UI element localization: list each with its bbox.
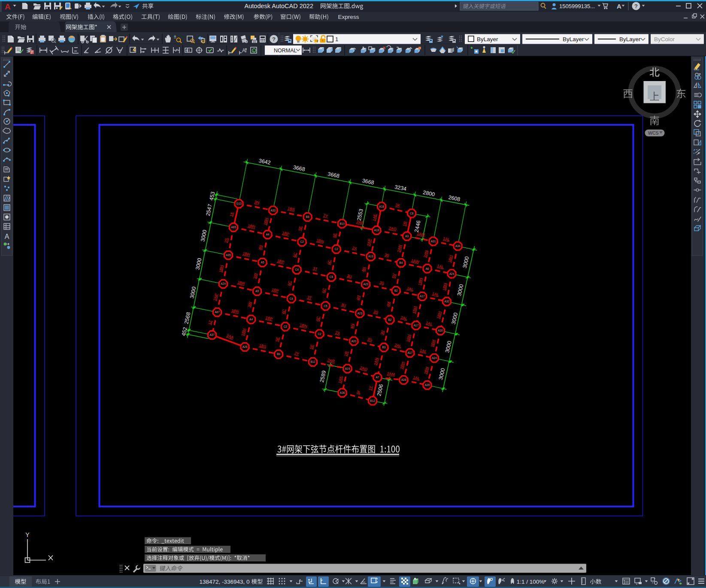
svg-text:A65: A65 — [231, 226, 236, 229]
svg-text:1BH: 1BH — [406, 334, 412, 342]
svg-text:1BH: 1BH — [447, 255, 453, 263]
svg-text:3668: 3668 — [327, 171, 340, 179]
svg-text:A17: A17 — [408, 351, 413, 354]
svg-text:B10: B10 — [339, 222, 345, 225]
svg-text:B9: B9 — [277, 353, 280, 356]
svg-text:1BP: 1BP — [277, 259, 285, 264]
svg-text:1AL: 1AL — [419, 348, 427, 354]
svg-text:3L: 3L — [356, 389, 361, 395]
svg-text:6C: 6C — [287, 280, 292, 286]
svg-text:A7: A7 — [376, 376, 379, 379]
svg-text:A23: A23 — [363, 283, 368, 286]
svg-text:1BH: 1BH — [442, 283, 447, 291]
svg-text:2AN: 2AN — [397, 244, 403, 253]
svg-text:A28: A28 — [401, 378, 406, 381]
svg-text:A23: A23 — [358, 312, 363, 315]
svg-text:1BH: 1BH — [430, 339, 436, 347]
svg-text:452: 452 — [181, 326, 188, 336]
svg-text:A6: A6 — [426, 267, 429, 270]
svg-text:C5: C5 — [330, 275, 333, 278]
svg-text:3T: 3T — [307, 295, 312, 300]
svg-text:A17: A17 — [414, 324, 419, 327]
svg-text:2Y: 2Y — [323, 213, 329, 218]
svg-text:1Z: 1Z — [207, 320, 212, 325]
svg-text:4N: 4N — [349, 323, 355, 329]
svg-text:1BP: 1BP — [282, 231, 290, 236]
svg-text:3N: 3N — [254, 200, 260, 205]
svg-text:2AM: 2AM — [387, 371, 395, 377]
svg-text:5V: 5V — [391, 273, 397, 279]
svg-text:A26: A26 — [242, 345, 248, 348]
svg-text:B2: B2 — [394, 289, 398, 292]
svg-text:3S: 3S — [367, 337, 373, 342]
svg-text:3K: 3K — [395, 203, 400, 208]
svg-text:A5: A5 — [255, 289, 259, 292]
svg-text:A4: A4 — [266, 233, 270, 236]
svg-text:2X: 2X — [352, 246, 358, 251]
svg-text:2AR: 2AR — [356, 220, 365, 225]
svg-text:A18: A18 — [379, 205, 384, 208]
svg-text:3U: 3U — [341, 302, 346, 308]
svg-text:1AL: 1AL — [432, 292, 439, 297]
svg-text:2S: 2S — [224, 238, 229, 243]
svg-text:1BH: 1BH — [263, 217, 269, 226]
svg-text:1BP: 1BP — [265, 316, 273, 321]
svg-text:3668: 3668 — [362, 178, 375, 186]
svg-text:6C: 6C — [292, 252, 297, 258]
svg-text:3000: 3000 — [189, 286, 197, 299]
svg-text:1AW: 1AW — [411, 258, 420, 264]
svg-text:A24: A24 — [449, 272, 455, 275]
svg-text:C4: C4 — [295, 268, 299, 271]
svg-text:C2: C2 — [300, 240, 304, 243]
svg-text:2589: 2589 — [319, 370, 327, 383]
svg-text:1BS: 1BS — [287, 206, 295, 212]
svg-text:3234: 3234 — [394, 184, 407, 192]
svg-text:A29: A29 — [221, 282, 226, 285]
svg-text:1BN: 1BN — [299, 323, 307, 329]
svg-text:3000: 3000 — [438, 368, 446, 380]
svg-text:A34: A34 — [455, 244, 461, 247]
svg-text:1AL: 1AL — [425, 321, 433, 326]
svg-text:1AK: 1AK — [337, 376, 343, 384]
svg-text:6C: 6C — [327, 259, 332, 265]
svg-text:6C: 6C — [281, 308, 286, 314]
svg-text:A24: A24 — [432, 356, 437, 359]
svg-text:C2: C2 — [335, 247, 339, 250]
svg-text:C2: C2 — [284, 325, 288, 328]
svg-text:2608: 2608 — [448, 194, 461, 202]
svg-text:B8: B8 — [306, 215, 309, 218]
svg-text:B2: B2 — [388, 318, 391, 321]
svg-text:4N: 4N — [355, 295, 361, 301]
svg-text:2AP: 2AP — [213, 293, 218, 301]
svg-text:2AL: 2AL — [400, 315, 408, 321]
svg-text:C8: C8 — [410, 212, 414, 215]
svg-text:6C: 6C — [321, 287, 326, 293]
svg-text:A19: A19 — [374, 229, 379, 232]
svg-text:A35: A35 — [425, 383, 430, 386]
svg-text:A13: A13 — [368, 255, 373, 258]
svg-text:3000: 3000 — [200, 229, 208, 242]
svg-text:4M: 4M — [386, 301, 391, 307]
svg-text:1BH: 1BH — [436, 311, 442, 319]
svg-text:A4: A4 — [249, 318, 253, 321]
svg-text:A33: A33 — [270, 209, 276, 212]
svg-text:B3: B3 — [382, 346, 385, 349]
svg-text:1R: 1R — [343, 351, 348, 357]
svg-text:453: 453 — [208, 191, 216, 201]
svg-text:3000: 3000 — [451, 312, 459, 325]
svg-text:1BH: 1BH — [412, 306, 417, 314]
svg-text:1R: 1R — [402, 221, 407, 227]
svg-text:Y: Y — [25, 531, 30, 538]
svg-text:A20: A20 — [351, 340, 357, 343]
svg-text:3S: 3S — [384, 253, 390, 258]
svg-text:1BH: 1BH — [423, 366, 429, 374]
svg-text:1BP: 1BP — [271, 287, 279, 293]
svg-text:1BS: 1BS — [259, 343, 267, 349]
svg-text:4N: 4N — [258, 245, 263, 250]
svg-text:A17: A17 — [420, 295, 425, 298]
svg-text:1BN: 1BN — [316, 238, 324, 244]
svg-text:A5: A5 — [261, 261, 264, 264]
svg-text:1Y: 1Y — [368, 386, 373, 391]
svg-text:B12: B12 — [370, 399, 375, 402]
svg-text:1AL: 1AL — [442, 236, 450, 242]
